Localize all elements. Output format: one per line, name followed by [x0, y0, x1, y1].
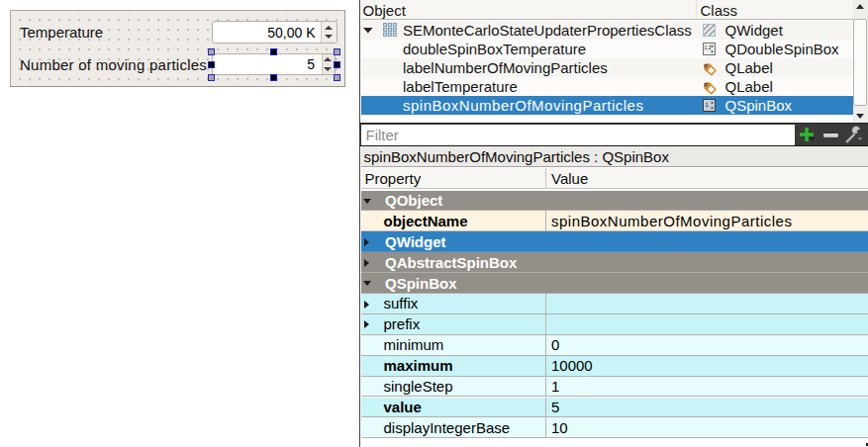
svg-text:1.2: 1.2 [705, 44, 712, 49]
